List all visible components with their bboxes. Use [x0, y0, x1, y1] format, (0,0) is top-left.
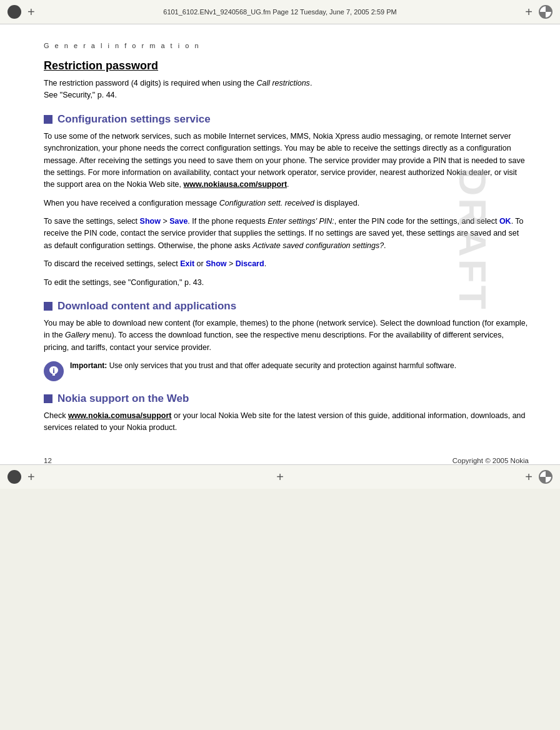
config-para1: To use some of the network services, suc…: [44, 131, 529, 191]
config-para4: To discard the received settings, select…: [44, 258, 529, 270]
call-restrictions-link[interactable]: Call restrictions: [256, 79, 309, 88]
svg-rect-0: [53, 370, 54, 373]
show-link-1[interactable]: Show: [140, 217, 161, 226]
gallery-link[interactable]: Gallery: [65, 331, 90, 339]
header-file-info: 6101_6102.ENv1_9240568_UG.fm Page 12 Tue…: [163, 8, 396, 16]
download-content-section: Download content and applications You ma…: [44, 300, 529, 381]
config-sett-received-link[interactable]: Configuration sett. received: [219, 199, 314, 208]
registration-bottom: + + +: [0, 464, 560, 489]
nokia-support-heading-text: Nokia support on the Web: [58, 392, 189, 405]
nokia-usa-support-link[interactable]: www.nokiausa.com/support: [184, 180, 288, 189]
nokia-comusa-link[interactable]: www.nokia.comusa/support: [68, 411, 172, 420]
nokia-support-para: Check www.nokia.comusa/support or your l…: [44, 410, 529, 434]
page-footer: 12 Copyright © 2005 Nokia: [0, 453, 560, 464]
nokia-support-heading-row: Nokia support on the Web: [44, 392, 529, 405]
page-content: DRAFT G e n e r a l i n f o r m a t i o …: [0, 24, 560, 453]
page-number: 12: [44, 457, 52, 464]
download-square-icon: [44, 302, 52, 311]
download-heading-row: Download content and applications: [44, 300, 529, 312]
restriction-body1-end: .: [310, 79, 312, 88]
nokia-support-section: Nokia support on the Web Check www.nokia…: [44, 392, 529, 434]
enter-settings-pin-link[interactable]: Enter settings' PIN:: [268, 217, 334, 226]
restriction-body1: The restriction password (4 digits) is r…: [44, 79, 256, 88]
config-square-icon: [44, 115, 52, 124]
important-bold: Important:: [70, 361, 107, 370]
ok-link[interactable]: OK: [499, 217, 511, 226]
svg-rect-1: [53, 369, 54, 370]
circle-striped-tr: [539, 5, 552, 19]
exit-link[interactable]: Exit: [180, 259, 194, 268]
config-settings-section: Configuration settings service To use so…: [44, 113, 529, 289]
reg-mark-top-left: +: [8, 5, 35, 19]
plus-bl: +: [28, 471, 35, 483]
download-heading-text: Download content and applications: [58, 300, 236, 312]
chapter-label: G e n e r a l i n f o r m a t i o n: [44, 42, 529, 49]
circle-filled-tl: [8, 5, 21, 19]
plus-tr: +: [525, 6, 532, 18]
reg-mark-bottom-left: +: [8, 470, 35, 484]
plus-bc: +: [276, 471, 284, 483]
note-icon: [44, 361, 64, 381]
plus-br: +: [525, 471, 532, 483]
restriction-password-body: The restriction password (4 digits) is r…: [44, 78, 529, 102]
plus-tl: +: [28, 6, 35, 18]
important-note-text: Important: Use only services that you tr…: [70, 360, 456, 371]
activate-config-link[interactable]: Activate saved configuration settings?: [252, 241, 384, 250]
download-para1: You may be able to download new content …: [44, 318, 529, 354]
circle-filled-bl: [8, 470, 21, 484]
restriction-password-heading: Restriction password: [44, 59, 529, 72]
save-link[interactable]: Save: [169, 217, 188, 226]
copyright-text: Copyright © 2005 Nokia: [452, 457, 529, 464]
nokia-support-square-icon: [44, 394, 52, 403]
restriction-body2: See "Security," p. 44.: [44, 91, 117, 99]
important-note: Important: Use only services that you tr…: [44, 360, 529, 381]
config-heading-row: Configuration settings service: [44, 113, 529, 126]
config-para2: When you have received a configuration m…: [44, 198, 529, 209]
reg-mark-bottom-right: +: [525, 470, 552, 484]
config-para5: To edit the settings, see "Configuration…: [44, 277, 529, 289]
discard-link[interactable]: Discard: [236, 259, 264, 268]
important-text: Use only services that you trust and tha…: [107, 361, 456, 370]
config-heading-text: Configuration settings service: [58, 113, 211, 126]
restriction-password-section: Restriction password The restriction pas…: [44, 59, 529, 102]
show-link-2[interactable]: Show: [206, 259, 226, 268]
config-para3: To save the settings, select Show > Save…: [44, 216, 529, 252]
registration-top: + 6101_6102.ENv1_9240568_UG.fm Page 12 T…: [0, 0, 560, 24]
reg-mark-top-right: +: [525, 5, 552, 19]
circle-striped-br: [539, 470, 552, 484]
